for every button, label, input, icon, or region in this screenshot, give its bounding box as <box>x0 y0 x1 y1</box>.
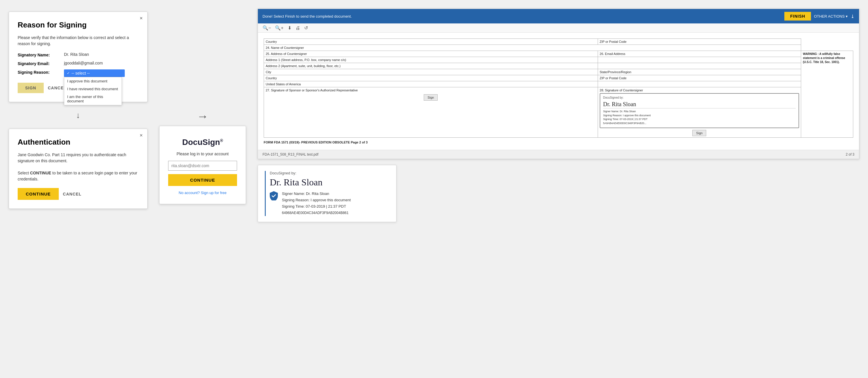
dropdown-selected-value[interactable]: ✓ -- select -- <box>64 69 125 77</box>
cert-signing-reason: Signing Reason: I approve this document <box>282 198 351 202</box>
cert-header: DocuSigned by: <box>270 171 389 175</box>
left-column: × Reason for Signing Please verify that … <box>9 9 148 209</box>
docusign-email-input[interactable] <box>168 161 237 171</box>
zoom-in-icon[interactable]: 🔍+ <box>275 25 283 31</box>
address2-value <box>598 63 801 69</box>
dropdown-option-1[interactable]: I approve this document <box>64 77 122 85</box>
empty-cell <box>801 39 853 51</box>
rotate-icon[interactable]: ↺ <box>304 25 308 31</box>
signatory-email-label: Signatory Email: <box>18 61 64 66</box>
signing-reason-field: Signing Reason: ✓ -- select -- I approve… <box>18 69 138 77</box>
zoom-out-icon[interactable]: 🔍− <box>262 25 271 31</box>
docusign-logo-text: DocuSign® <box>182 138 223 147</box>
cert-signature: Dr. Rita Sloan <box>270 177 389 188</box>
doc-footer-bar: FDA-1571_508_R13_FINAL test.pdf 2 of 3 <box>258 150 859 159</box>
reason-for-signing-dialog: × Reason for Signing Please verify that … <box>9 11 148 102</box>
auth-cancel-button[interactable]: CANCEL <box>63 192 81 196</box>
close-button[interactable]: × <box>140 15 143 22</box>
docusign-logo: DocuSign® <box>168 138 237 147</box>
doc-filename: FDA-1571_508_R13_FINAL test.pdf <box>262 152 318 157</box>
finish-button[interactable]: FINISH <box>784 12 811 21</box>
stamp-signature: Dr. Rita Sloan <box>603 100 796 108</box>
auth-desc-part2: Select <box>18 171 30 175</box>
doc-page-info: 2 of 3 <box>846 152 855 157</box>
signatory-name-field: Signatory Name: Dr. Rita Sloan <box>18 52 138 57</box>
city-label: City <box>264 69 598 75</box>
middle-column: → DocuSign® Please log in to your accoun… <box>159 110 246 204</box>
dialog-description: Please verify that the information below… <box>18 35 138 47</box>
cancel-button[interactable]: CANCEL <box>48 85 66 90</box>
cert-badge: Signer Name: Dr. Rita Sloan Signing Reas… <box>270 191 389 216</box>
dropdown-option-2[interactable]: I have reviewed this document <box>64 85 122 93</box>
other-actions-button[interactable]: OTHER ACTIONS ▾ <box>814 14 848 19</box>
countersigner-name-section: 24. Name of Countersigner <box>264 45 801 51</box>
print-icon[interactable]: 🖨 <box>296 26 300 31</box>
download-icon[interactable]: ⤓ <box>850 13 855 19</box>
zip2-label: ZIP or Postal Code <box>598 75 801 81</box>
auth-continue-bold: CONTINUE <box>30 171 51 175</box>
dropdown-option-3[interactable]: I am the owner of this document <box>64 93 122 105</box>
warning-box: WARNING : A willfully false statement is… <box>801 51 853 138</box>
dropdown-options-list: I approve this document I have reviewed … <box>64 77 122 105</box>
address1-label: Address 1 (Street address, P.O. box, com… <box>264 57 598 63</box>
signatory-name-label: Signatory Name: <box>18 52 64 57</box>
zip2-value <box>598 81 801 87</box>
section28-label: 28. Signature of Countersigner <box>600 89 799 92</box>
doc-controls: 🔍− 🔍+ ⬇ 🖨 ↺ <box>258 24 859 33</box>
table-row: City State/Province/Region <box>264 69 853 75</box>
table-row: Address 2 (Apartment, suite, unit, build… <box>264 63 853 69</box>
docusign-no-account-link[interactable]: No account? Sign up for free <box>179 191 227 195</box>
section27: 27. Signature of Sponsor or Sponsor's Au… <box>264 87 598 138</box>
cert-hash: 64968AE4E00D4C34ADF3F9AB2004B861 <box>282 211 348 215</box>
countersigner-sign-button[interactable]: Sign <box>692 130 706 136</box>
state-label: State/Province/Region <box>598 69 801 75</box>
checkmark-icon: ✓ <box>67 71 70 75</box>
auth-desc-part1: Jane Goodwin Co. Part 11 requires you to… <box>18 152 126 163</box>
address2-label: Address 2 (Apartment, suite, unit, build… <box>264 63 598 69</box>
country-label: Country <box>264 39 598 45</box>
auth-dialog-title: Authentication <box>18 138 138 147</box>
section27-label: 27. Signature of Sponsor or Sponsor's Au… <box>266 89 596 92</box>
shield-icon <box>270 191 278 200</box>
docusign-subtitle: Please log in to your account <box>168 151 237 156</box>
table-row: Country ZIP or Postal Code <box>264 75 853 81</box>
docusign-stamp-inline: DocuSigned by: Dr. Rita Sloan Signer Nam… <box>600 93 799 136</box>
doc-table: Country ZIP or Postal Code 24. Name of C… <box>264 38 853 138</box>
signed-certificate: DocuSigned by: Dr. Rita Sloan Signer Nam… <box>257 165 397 222</box>
auth-continue-button[interactable]: CONTINUE <box>18 188 59 200</box>
cert-signer-name: Signer Name: Dr. Rita Sloan <box>282 192 329 196</box>
warning-text: WARNING : A willfully false statement is… <box>803 53 845 64</box>
sponsor-sign-button[interactable]: Sign <box>424 94 438 101</box>
dialog-title: Reason for Signing <box>18 21 138 30</box>
right-column: Done! Select Finish to send the complete… <box>257 9 859 222</box>
document-viewer: Done! Select Finish to send the complete… <box>257 9 859 159</box>
table-row: 27. Signature of Sponsor or Sponsor's Au… <box>264 87 853 138</box>
address1-value <box>598 57 801 63</box>
table-row: United States of America <box>264 81 853 87</box>
docusign-continue-button[interactable]: CONTINUE <box>168 174 237 186</box>
form-footer-text: FORM FDA 1571 (03/19)- PREVIOUS EDITION … <box>264 141 853 144</box>
email-address-section: 26. Email Address <box>598 51 801 57</box>
doc-content: Country ZIP or Postal Code 24. Name of C… <box>258 33 859 150</box>
cert-content: DocuSigned by: Dr. Rita Sloan Signer Nam… <box>265 171 389 216</box>
signatory-name-value: Dr. Rita Sloan <box>64 52 89 57</box>
toolbar-right: FINISH OTHER ACTIONS ▾ ⤓ <box>784 12 855 21</box>
sign-button[interactable]: SIGN <box>18 83 44 93</box>
auth-description: Jane Goodwin Co. Part 11 requires you to… <box>18 152 138 182</box>
signing-reason-label: Signing Reason: <box>18 69 64 75</box>
countersigner-address-section: 25. Address of Countersigner <box>264 51 598 57</box>
signatory-email-field: Signatory Email: jgooddali@gmail.com <box>18 61 138 66</box>
zip-label: ZIP or Postal Code <box>598 39 801 45</box>
table-row: Address 1 (Street address, P.O. box, com… <box>264 57 853 63</box>
usa-value: United States of America <box>264 81 598 87</box>
download-doc-icon[interactable]: ⬇ <box>288 25 291 31</box>
docusign-stamp: DocuSigned by: Dr. Rita Sloan Signer Nam… <box>600 93 799 128</box>
stamp-header: DocuSigned by: <box>603 96 796 99</box>
signing-reason-dropdown[interactable]: ✓ -- select -- I approve this document I… <box>64 69 125 77</box>
table-row: Country ZIP or Postal Code <box>264 39 853 45</box>
signatory-email-value: jgooddali@gmail.com <box>64 61 103 65</box>
cert-signing-time: Signing Time: 07-03-2019 | 21:37 PDT <box>282 204 346 208</box>
auth-close-button[interactable]: × <box>140 133 143 139</box>
arrow-down-icon: ↓ <box>9 111 148 120</box>
docusign-login-dialog: DocuSign® Please log in to your account … <box>159 126 246 204</box>
